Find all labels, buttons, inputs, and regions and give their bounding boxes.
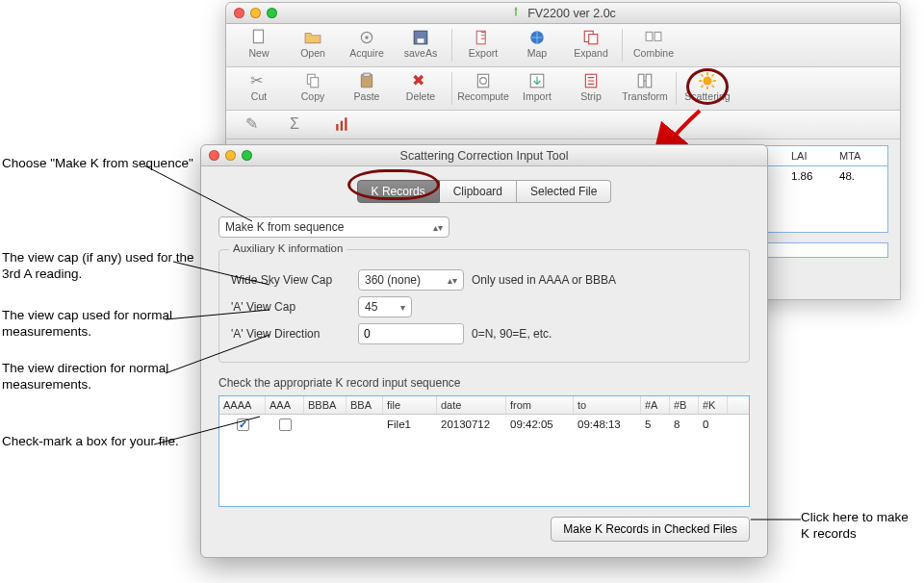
- chevron-down-icon: ▾: [400, 302, 405, 313]
- scattering-button[interactable]: Scattering: [680, 71, 734, 106]
- minimize-icon[interactable]: [250, 8, 261, 18]
- paste-icon: [358, 72, 375, 89]
- svg-rect-20: [638, 74, 644, 88]
- annotation-1: Choose "Make K from sequence": [2, 156, 193, 172]
- toolbar-label: Export: [469, 47, 498, 59]
- svg-point-22: [704, 77, 712, 86]
- toolbar-label: Import: [523, 90, 552, 102]
- app-icon: [510, 6, 522, 20]
- zoom-icon[interactable]: [267, 8, 277, 18]
- svg-rect-32: [341, 121, 343, 131]
- close-icon[interactable]: [209, 150, 219, 161]
- transform-icon: [636, 72, 654, 89]
- open-icon: [304, 29, 321, 46]
- copy-button[interactable]: Copy: [286, 71, 340, 106]
- tab-selected-file[interactable]: Selected File: [517, 180, 611, 203]
- chevron-updown-icon: ▴▾: [448, 275, 457, 286]
- svg-rect-31: [336, 124, 338, 131]
- expand-button[interactable]: Expand: [564, 28, 618, 63]
- a-direction-input[interactable]: [358, 323, 464, 344]
- a-cap-label: 'A' View Cap: [231, 300, 350, 314]
- make-k-records-button[interactable]: Make K Records in Checked Files: [551, 517, 750, 542]
- k-header-cell: to: [574, 396, 641, 414]
- toolbar-label: Recompute: [457, 90, 509, 102]
- strip-button[interactable]: Strip: [564, 71, 618, 106]
- open-button[interactable]: Open: [286, 28, 340, 63]
- svg-point-3: [365, 36, 368, 38]
- k-header-cell: file: [383, 396, 437, 414]
- recompute-button[interactable]: Recompute: [456, 71, 510, 106]
- svg-rect-6: [476, 31, 485, 44]
- svg-rect-33: [345, 117, 346, 131]
- main-titlebar: FV2200 ver 2.0c: [226, 3, 900, 24]
- toolbar-label: Map: [527, 47, 547, 59]
- k-header-cell: from: [506, 396, 574, 414]
- wide-sky-note: Only used in AAAA or BBBA: [472, 273, 616, 287]
- scattering-icon: [699, 72, 716, 89]
- tab-k-records[interactable]: K Records: [357, 180, 440, 203]
- copy-icon: [304, 72, 321, 89]
- k-header-cell: AAAA: [219, 396, 266, 414]
- delete-icon: ✖: [412, 72, 429, 89]
- toolbar-label: Scattering: [684, 90, 730, 102]
- svg-rect-1: [253, 30, 263, 43]
- toolbar-label: Copy: [301, 90, 325, 102]
- toolbar-label: Transform: [622, 90, 667, 102]
- new-button[interactable]: New: [232, 28, 286, 63]
- map-button[interactable]: Map: [510, 28, 564, 63]
- import-button[interactable]: Import: [510, 71, 564, 106]
- scattering-dialog: Scattering Correction Input Tool K Recor…: [200, 144, 768, 558]
- k-header-cell: BBA: [346, 396, 383, 414]
- toolbar-label: saveAs: [404, 47, 437, 59]
- paste-button[interactable]: Paste: [340, 71, 394, 106]
- wide-sky-select[interactable]: 360 (none)▴▾: [358, 269, 464, 291]
- cut-button[interactable]: ✂Cut: [232, 71, 286, 106]
- k-header-cell: #K: [699, 396, 728, 414]
- toolbar-row-3: ✎ Σ: [226, 111, 900, 139]
- new-icon: [250, 29, 268, 46]
- toolbar-label: Paste: [354, 90, 380, 102]
- toolbar-label: Acquire: [349, 47, 384, 59]
- export-button[interactable]: Export: [456, 28, 510, 63]
- toolbar-label: Strip: [580, 90, 602, 102]
- svg-rect-13: [311, 78, 319, 88]
- dialog-titlebar: Scattering Correction Input Tool: [201, 145, 767, 166]
- acquire-button[interactable]: Acquire: [340, 28, 394, 63]
- window-title: FV2200 ver 2.0c: [527, 7, 616, 20]
- a-dir-note: 0=N, 90=E, etc.: [472, 327, 552, 341]
- toolbar-label: Delete: [406, 90, 435, 102]
- svg-line-28: [712, 86, 714, 88]
- k-header-cell: date: [437, 396, 506, 414]
- annotation-2: The view cap (if any) used for the 3rd A…: [2, 250, 194, 283]
- k-sequence-table: AAAAAAABBBABBAfiledatefromto#A#B#K File1…: [218, 395, 750, 507]
- toolbar-label: Cut: [251, 90, 267, 102]
- k-header-cell: BBBA: [304, 396, 346, 414]
- aaaa-checkbox[interactable]: [237, 418, 249, 431]
- toolbar-label: Open: [300, 47, 325, 59]
- k-header-cell: #A: [641, 396, 670, 414]
- svg-line-30: [701, 86, 703, 88]
- dialog-tabs: K Records Clipboard Selected File: [218, 180, 750, 203]
- strip-icon: [582, 72, 600, 89]
- delete-button[interactable]: ✖Delete: [394, 71, 448, 106]
- annotation-5: Check-mark a box for your file.: [2, 434, 179, 450]
- close-icon[interactable]: [234, 8, 244, 18]
- a-dir-label: 'A' View Direction: [231, 327, 350, 341]
- aaa-checkbox[interactable]: [279, 418, 292, 431]
- tab-clipboard[interactable]: Clipboard: [440, 180, 517, 203]
- a-cap-select[interactable]: 45▾: [358, 296, 412, 317]
- minimize-icon[interactable]: [225, 150, 236, 161]
- combine-icon: [645, 29, 662, 46]
- cut-icon: ✂: [250, 72, 268, 89]
- annotation-3: The view cap used for normal measurement…: [2, 308, 194, 341]
- transform-button[interactable]: Transform: [618, 71, 672, 106]
- source-select[interactable]: Make K from sequence ▴▾: [218, 216, 449, 238]
- acquire-icon: [358, 29, 375, 46]
- svg-rect-10: [646, 32, 653, 40]
- dialog-title: Scattering Correction Input Tool: [400, 149, 569, 163]
- recompute-icon: [475, 72, 492, 89]
- toolbar-label: Expand: [574, 47, 608, 59]
- saveas-button[interactable]: saveAs: [394, 28, 448, 63]
- zoom-icon[interactable]: [242, 150, 252, 161]
- combine-button[interactable]: Combine: [627, 28, 680, 63]
